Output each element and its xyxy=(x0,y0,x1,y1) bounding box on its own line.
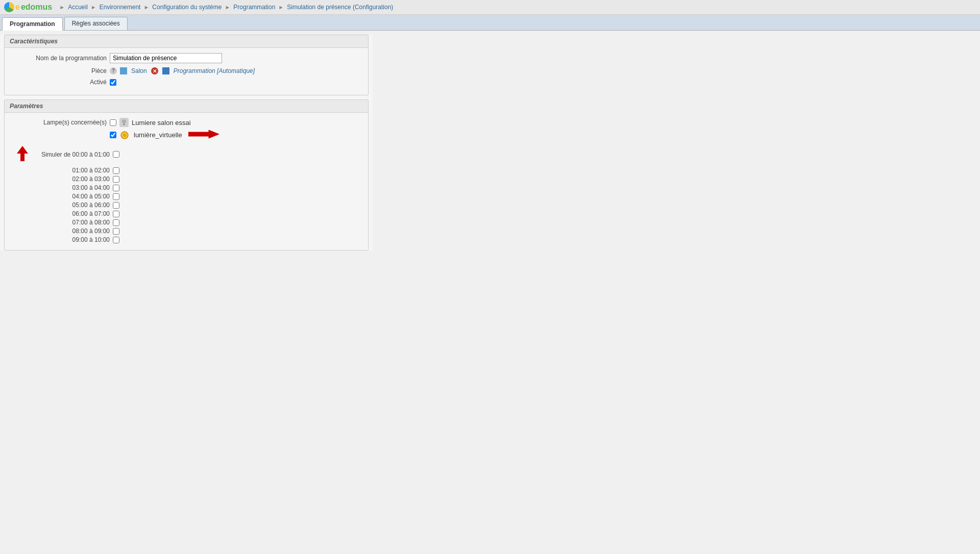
time-label-2: 02:00 à 03:00 xyxy=(33,175,110,183)
breadcrumb-simulation[interactable]: Simulation de présence (Configuration) xyxy=(287,4,393,11)
breadcrumb-config[interactable]: Configuration du système xyxy=(152,4,222,11)
active-label: Activé xyxy=(15,79,107,86)
time-label-9: 09:00 à 10:00 xyxy=(33,236,110,243)
time-row-3: 03:00 à 04:00 xyxy=(15,184,358,191)
nom-label: Nom de la programmation xyxy=(15,55,107,62)
programmation-link[interactable]: Programmation [Automatique] xyxy=(174,67,255,74)
nom-row: Nom de la programmation xyxy=(15,53,358,63)
logo-e: e xyxy=(15,3,20,12)
up-arrow-svg xyxy=(17,146,28,161)
time-label-4: 04:00 à 05:00 xyxy=(33,193,110,200)
time-checkbox-5[interactable] xyxy=(113,202,119,209)
svg-point-0 xyxy=(122,119,126,123)
tab-programmation[interactable]: Programmation xyxy=(2,17,63,31)
time-label-6: 06:00 à 07:00 xyxy=(33,210,110,217)
nom-input[interactable] xyxy=(110,53,222,63)
logo-text: edomus xyxy=(21,3,52,12)
svg-point-4 xyxy=(123,134,126,137)
tab-regles[interactable]: Règles associées xyxy=(64,17,128,30)
logo-circle-icon xyxy=(4,2,14,12)
time-row-5: 05:00 à 06:00 xyxy=(15,202,358,209)
breadcrumb-environnement[interactable]: Environnement xyxy=(100,4,141,11)
nav-arrow-1: ► xyxy=(59,4,65,10)
simuler-row: Simuler de 00:00 à 01:00 xyxy=(15,146,358,163)
time-row-4: 04:00 à 05:00 xyxy=(15,193,358,200)
red-arrow-svg xyxy=(188,129,219,139)
lampe2-checkbox[interactable] xyxy=(110,132,116,138)
lampes-row-2: lumière_virtuelle xyxy=(107,129,358,141)
caracteristiques-body: Nom de la programmation Pièce ? Salon ✕ … xyxy=(5,48,368,95)
parametres-section: Paramètres Lampe(s) concernée(s) Lumiere… xyxy=(4,99,369,250)
time-checkbox-7[interactable] xyxy=(113,219,119,226)
tabbar: Programmation Règles associées xyxy=(0,15,980,31)
virtual-icon-svg xyxy=(120,131,129,140)
time-row-6: 06:00 à 07:00 xyxy=(15,210,358,217)
time-label-8: 08:00 à 09:00 xyxy=(33,228,110,235)
time-row-9: 09:00 à 10:00 xyxy=(15,236,358,243)
up-arrow-annotation xyxy=(15,146,30,163)
svg-marker-6 xyxy=(17,146,28,161)
red-arrow-annotation xyxy=(188,129,219,141)
piece-row: Pièce ? Salon ✕ Programmation [Automatiq… xyxy=(15,67,358,74)
lamp-icon-1 xyxy=(119,118,129,127)
remove-piece-icon[interactable]: ✕ xyxy=(151,67,158,74)
simuler-label: Simuler de 00:00 à 01:00 xyxy=(33,151,110,158)
lamp-svg-icon xyxy=(120,119,128,126)
time-checkbox-3[interactable] xyxy=(113,185,119,191)
help-icon[interactable]: ? xyxy=(110,67,117,74)
caracteristiques-title: Caractéristiques xyxy=(5,35,368,48)
virtual-lamp-icon xyxy=(119,130,130,140)
svg-rect-1 xyxy=(124,123,125,124)
active-checkbox[interactable] xyxy=(110,79,116,86)
main-content: Caractéristiques Nom de la programmation… xyxy=(0,35,373,250)
time-checkbox-8[interactable] xyxy=(113,228,119,235)
prog-icon xyxy=(162,67,169,74)
caracteristiques-section: Caractéristiques Nom de la programmation… xyxy=(4,35,369,95)
time-checkbox-2[interactable] xyxy=(113,176,119,183)
time-checkbox-1[interactable] xyxy=(113,167,119,174)
time-row-7: 07:00 à 08:00 xyxy=(15,219,358,226)
svg-rect-2 xyxy=(123,124,125,125)
svg-marker-5 xyxy=(188,130,219,138)
time-label-3: 03:00 à 04:00 xyxy=(33,184,110,191)
time-checkbox-6[interactable] xyxy=(113,211,119,217)
piece-link[interactable]: Salon xyxy=(131,67,147,74)
parametres-title: Paramètres xyxy=(5,100,368,113)
time-row-1: 01:00 à 02:00 xyxy=(15,167,358,174)
parametres-body: Lampe(s) concernée(s) Lumiere salon essa… xyxy=(5,113,368,250)
time-checkbox-4[interactable] xyxy=(113,193,119,200)
lampes-label: Lampe(s) concernée(s) xyxy=(15,119,107,126)
nav-arrow-2: ► xyxy=(91,4,96,10)
time-label-5: 05:00 à 06:00 xyxy=(33,202,110,209)
time-label-7: 07:00 à 08:00 xyxy=(33,219,110,226)
nav-arrow-5: ► xyxy=(278,4,284,10)
lampe2-name: lumière_virtuelle xyxy=(134,131,182,139)
breadcrumb-programmation[interactable]: Programmation xyxy=(233,4,275,11)
room-icon xyxy=(120,67,127,74)
lampe1-name: Lumiere salon essai xyxy=(132,119,191,127)
lampe1-checkbox[interactable] xyxy=(110,119,116,126)
simuler-checkbox[interactable] xyxy=(113,151,119,158)
nav-arrow-3: ► xyxy=(143,4,149,10)
time-slots-container: 01:00 à 02:00 02:00 à 03:00 03:00 à 04:0… xyxy=(15,167,358,243)
nav-arrow-4: ► xyxy=(225,4,230,10)
time-row-2: 02:00 à 03:00 xyxy=(15,175,358,183)
active-row: Activé xyxy=(15,79,358,86)
breadcrumb-accueil[interactable]: Accueil xyxy=(68,4,88,11)
logo[interactable]: eedomus xyxy=(4,2,52,12)
lampes-row: Lampe(s) concernée(s) Lumiere salon essa… xyxy=(15,118,358,127)
topbar: eedomus ► Accueil ► Environnement ► Conf… xyxy=(0,0,980,15)
piece-label: Pièce xyxy=(15,67,107,74)
time-row-8: 08:00 à 09:00 xyxy=(15,228,358,235)
time-checkbox-9[interactable] xyxy=(113,237,119,243)
time-label-1: 01:00 à 02:00 xyxy=(33,167,110,174)
